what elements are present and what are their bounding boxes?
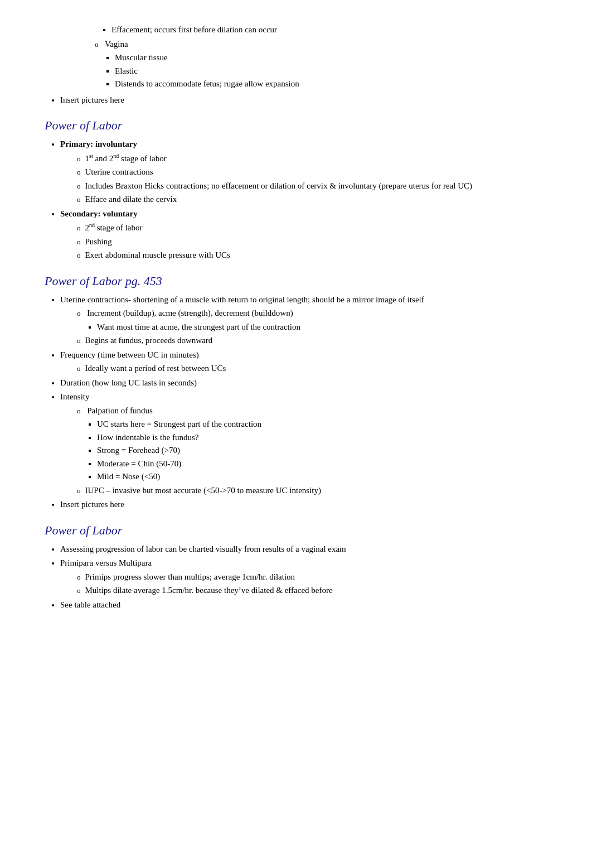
primipara-vs-multipara: Primipara versus Multipara Primips progr… xyxy=(60,557,559,597)
secondary-sub-2: Pushing xyxy=(77,235,559,248)
primary-involuntary-item: Primary: involuntary 1st and 2nd stage o… xyxy=(60,138,559,206)
palpation-item: Palpation of fundus UC starts here = Str… xyxy=(77,404,559,483)
how-indentable: How indentable is the fundus? xyxy=(97,431,559,444)
insert-pictures-1: Insert pictures here xyxy=(60,94,559,107)
intro-vagina: Vagina Muscular tissue Elastic Distends … xyxy=(95,38,559,90)
assessing-progression: Assessing progression of labor can be ch… xyxy=(60,543,559,556)
fundus-item: Begins at fundus, proceeds downward xyxy=(77,334,559,347)
secondary-sub-3: Exert abdominal muscle pressure with UCs xyxy=(77,249,559,262)
increment-item: Increment (buildup), acme (strength), de… xyxy=(77,307,559,333)
primary-sub-3: Includes Braxton Hicks contractions; no … xyxy=(77,180,559,192)
duration-item: Duration (how long UC lasts in seconds) xyxy=(60,377,559,389)
power-of-labor-section-1: Power of Labor Primary: involuntary 1st … xyxy=(45,116,559,262)
intro-vagina-2: Elastic xyxy=(115,65,559,78)
moderate-chin: Moderate = Chin (50-70) xyxy=(97,457,559,470)
primary-sub-2: Uterine contractions xyxy=(77,166,559,179)
multips-dilate: Multips dilate average 1.5cm/hr. because… xyxy=(77,584,559,597)
intensity-item: Intensity Palpation of fundus UC starts … xyxy=(60,390,559,496)
uterine-contractions-item: Uterine contractions- shortening of a mu… xyxy=(60,293,559,347)
insert-pictures-2: Insert pictures here xyxy=(60,498,559,511)
mild-nose: Mild = Nose (<50) xyxy=(97,470,559,483)
secondary-voluntary-item: Secondary: voluntary 2nd stage of labor … xyxy=(60,208,559,262)
heading-power-of-labor-2: Power of Labor pg. 453 xyxy=(45,272,559,290)
see-table-attached: See table attached xyxy=(60,599,559,611)
rest-uc-item: Ideally want a period of rest between UC… xyxy=(77,362,559,375)
secondary-label: Secondary: voluntary xyxy=(60,209,138,218)
primary-label: Primary: involuntary xyxy=(60,139,137,148)
intro-section: Effacement; occurs first before dilation… xyxy=(45,23,559,106)
heading-power-of-labor-1: Power of Labor xyxy=(45,116,559,134)
primips-progress: Primips progress slower than multips; av… xyxy=(77,571,559,584)
primary-sub-1: 1st and 2nd stage of labor xyxy=(77,152,559,165)
acme-strongest: Want most time at acme, the strongest pa… xyxy=(97,321,559,334)
power-of-labor-section-2: Power of Labor pg. 453 Uterine contracti… xyxy=(45,272,559,511)
heading-power-of-labor-3: Power of Labor xyxy=(45,521,559,539)
secondary-sub-1: 2nd stage of labor xyxy=(77,221,559,234)
frequency-item: Frequency (time between UC in minutes) I… xyxy=(60,349,559,375)
intro-item-effacement: Effacement; occurs first before dilation… xyxy=(111,23,559,36)
power-of-labor-section-3: Power of Labor Assessing progression of … xyxy=(45,521,559,611)
intro-vagina-3: Distends to accommodate fetus; rugae all… xyxy=(115,78,559,90)
strong-forehead: Strong = Forehead (>70) xyxy=(97,444,559,457)
primary-sub-4: Efface and dilate the cervix xyxy=(77,193,559,206)
uc-starts-here: UC starts here = Strongest part of the c… xyxy=(97,418,559,431)
intro-vagina-1: Muscular tissue xyxy=(115,51,559,64)
iupc-item: IUPC – invasive but most accurate (<50->… xyxy=(77,484,559,497)
